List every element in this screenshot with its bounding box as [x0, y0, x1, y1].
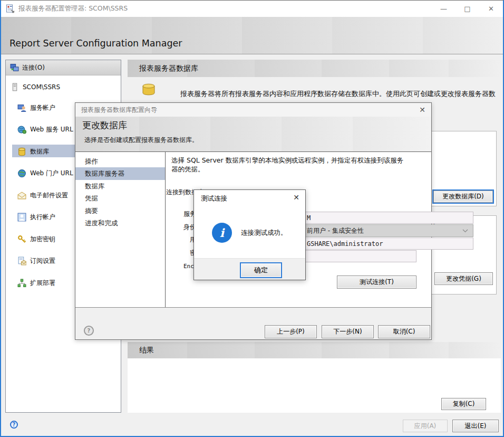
app-window: 报表服务器配置管理器: SCOM\SSRS — □ ✕ Report Serve…: [0, 0, 504, 437]
wizard-steps-panel: 操作 数据库服务器 数据库 凭据 摘要 进度和完成: [75, 152, 166, 310]
sidebar-item-label: 数据库: [30, 147, 49, 156]
app-banner-title: Report Server Configuration Manager: [9, 38, 182, 49]
sidebar-item-service-account[interactable]: 服务帐户: [17, 102, 55, 113]
email-icon: [17, 191, 26, 200]
database-icon: [17, 147, 26, 156]
exit-button[interactable]: 退出(E): [452, 420, 499, 432]
sidebar-item-label: 执行帐户: [30, 213, 55, 222]
wizard-intro-text: 选择 SQL Server 数据库引擎的本地实例或远程实例，并指定有权连接到该服…: [171, 156, 430, 174]
wizard-subheading: 选择是否创建或配置报表服务器数据库。: [84, 136, 198, 145]
key-icon: [17, 235, 26, 244]
message-text: 连接测试成功。: [241, 229, 287, 238]
title-bar: 报表服务器配置管理器: SCOM\SSRS — □ ✕: [1, 1, 503, 17]
web-portal-url-icon: [17, 169, 26, 178]
test-connection-button[interactable]: 测试连接(T): [337, 276, 416, 289]
change-credentials-button[interactable]: 更改凭据(G): [434, 272, 493, 285]
wizard-step-progress[interactable]: 进度和完成: [75, 217, 165, 229]
wizard-heading: 更改数据库: [82, 119, 127, 131]
window-title: 报表服务器配置管理器: SCOM\SSRS: [18, 4, 128, 13]
auth-type-value: 前用户 - 集成安全性: [307, 226, 364, 235]
sidebar-item-label: 订阅设置: [30, 256, 55, 265]
sidebar-item-label: 加密密钥: [30, 235, 55, 244]
wizard-header: 更改数据库 选择是否创建或配置报表服务器数据库。: [75, 117, 431, 152]
help-icon[interactable]: ?: [10, 421, 18, 429]
sidebar-item-web-service-url[interactable]: Web 服务 URL: [17, 124, 73, 135]
server-icon: [10, 83, 19, 92]
cancel-button[interactable]: 取消(C): [378, 325, 430, 338]
sidebar-item-encryption-keys[interactable]: 加密密钥: [17, 234, 55, 244]
sidebar-item-web-portal-url[interactable]: Web 门户 URL: [17, 168, 73, 178]
subscription-icon: [17, 256, 26, 265]
copy-button[interactable]: 复制(C): [441, 398, 486, 410]
change-database-button[interactable]: 更改数据库(D): [432, 189, 494, 204]
sidebar-item-subscription-settings[interactable]: 订阅设置: [17, 255, 55, 266]
section-header-database: 报表服务器数据库: [128, 60, 501, 77]
chevron-down-icon: [462, 229, 468, 233]
app-banner: Report Server Configuration Manager: [1, 17, 503, 54]
section-title: 报表服务器数据库: [139, 64, 198, 73]
next-button[interactable]: 下一步(N): [322, 325, 374, 338]
sidebar-item-label: SCOM\SSRS: [23, 83, 60, 91]
wizard-intro-line1: 选择 SQL Server 数据库引擎的本地实例或远程实例，并指定有权连接到该服…: [171, 156, 430, 165]
info-icon: i: [212, 223, 232, 243]
wizard-help-icon[interactable]: ?: [84, 326, 94, 336]
sidebar-item-label: 服务帐户: [30, 103, 55, 112]
maximize-button[interactable]: □: [455, 1, 479, 17]
section-description: 报表服务器将所有报表服务器内容和应用程序数据存储在数据库中。使用此页可创建或更改…: [180, 89, 498, 99]
sidebar-item-label: 电子邮件设置: [30, 191, 68, 200]
sidebar-item-scaleout-deployment[interactable]: 扩展部署: [17, 278, 55, 288]
wizard-title-bar: 报表服务器数据库配置向导 ✕: [75, 103, 431, 117]
test-connection-message-box: 测试连接 ✕ i 连接测试成功。 确定: [193, 189, 306, 280]
message-box-title: 测试连接: [201, 194, 227, 203]
sidebar-item-database[interactable]: 数据库: [17, 146, 49, 157]
sidebar-item-email-settings[interactable]: 电子邮件设置: [17, 190, 68, 201]
wizard-footer: ? 上一步(P) 下一步(N) 取消(C): [75, 307, 431, 339]
service-account-icon: [17, 103, 26, 112]
close-button[interactable]: ✕: [479, 1, 503, 17]
wizard-step-credentials[interactable]: 凭据: [75, 192, 165, 204]
sidebar-header-label: 连接(O): [22, 63, 45, 72]
previous-button[interactable]: 上一步(P): [265, 325, 317, 338]
database-large-icon: [141, 83, 156, 96]
sidebar-item-label: 扩展部署: [30, 279, 55, 288]
section-header-results: 结果: [128, 342, 501, 358]
execution-account-icon: [17, 213, 26, 222]
wizard-step-database-server[interactable]: 数据库服务器: [75, 167, 165, 179]
message-box-footer: 确定: [194, 258, 305, 280]
web-service-url-icon: [17, 125, 26, 134]
wizard-step-action[interactable]: 操作: [75, 155, 165, 167]
connect-icon: [10, 63, 19, 72]
wizard-intro-line2: 器的凭据。: [171, 165, 430, 174]
sidebar-item-label: Web 门户 URL: [30, 169, 73, 178]
sidebar-header: 连接(O): [6, 60, 121, 75]
message-box-close-icon[interactable]: ✕: [293, 194, 299, 201]
wizard-step-summary[interactable]: 摘要: [75, 205, 165, 217]
wizard-title: 报表服务器数据库配置向导: [81, 106, 157, 115]
wizard-close-icon[interactable]: ✕: [419, 106, 425, 113]
wizard-step-database[interactable]: 数据库: [75, 180, 165, 192]
sidebar-item-execution-account[interactable]: 执行帐户: [17, 212, 55, 222]
scale-out-icon: [17, 279, 26, 288]
results-title: 结果: [139, 346, 154, 355]
apply-button[interactable]: 应用(A): [403, 420, 448, 432]
sidebar-item-server[interactable]: SCOM\SSRS: [10, 82, 60, 92]
ok-button[interactable]: 确定: [240, 262, 282, 278]
app-icon: [6, 4, 15, 13]
minimize-button[interactable]: —: [432, 1, 455, 17]
sidebar-item-label: Web 服务 URL: [30, 125, 73, 134]
